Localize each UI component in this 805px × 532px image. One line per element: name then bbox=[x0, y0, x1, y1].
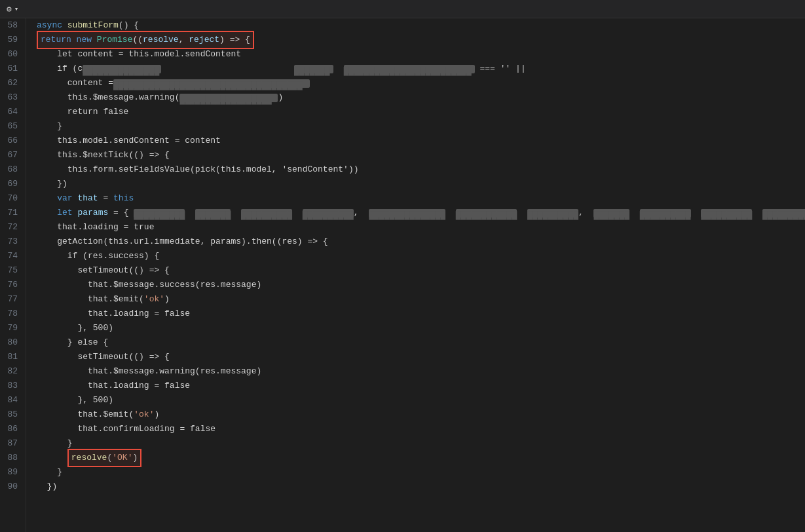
line-number: 74 bbox=[5, 249, 18, 263]
line-number: 59 bbox=[5, 33, 18, 47]
code-line: }) bbox=[37, 480, 805, 494]
code-token bbox=[517, 206, 527, 220]
code-line: this.$nextTick(() => { bbox=[37, 148, 805, 162]
code-area: 5859606162636465666768697071727374757677… bbox=[0, 18, 805, 532]
code-line: content =███████████████████████████████… bbox=[37, 76, 805, 90]
code-token: getAction(this.url.immediate, params).th… bbox=[37, 235, 328, 249]
code-token: } else { bbox=[37, 335, 108, 350]
line-number: 79 bbox=[5, 321, 18, 335]
code-line: return new Promise((resolve, reject) => … bbox=[37, 33, 805, 47]
line-numbers: 5859606162636465666768697071727374757677… bbox=[0, 18, 26, 532]
line-number: 64 bbox=[5, 105, 18, 119]
code-line: this.$message.warning(██████████████████… bbox=[37, 90, 805, 105]
code-token: return false bbox=[37, 105, 128, 119]
line-number: 65 bbox=[5, 119, 18, 134]
code-line: this.model.sendContent = content bbox=[37, 134, 805, 148]
code-line: } bbox=[37, 436, 805, 451]
dropdown-arrow[interactable]: ▾ bbox=[14, 5, 19, 13]
line-number: 83 bbox=[5, 379, 18, 393]
code-token: } bbox=[37, 119, 62, 134]
line-number: 63 bbox=[5, 90, 18, 105]
code-token bbox=[231, 206, 241, 220]
code-line: that.loading = true bbox=[37, 220, 805, 235]
code-token bbox=[333, 62, 344, 76]
code-token: }) bbox=[37, 177, 67, 191]
line-number: 81 bbox=[5, 350, 18, 364]
code-line: resolve('OK') bbox=[37, 451, 805, 465]
code-line: that.$emit('ok') bbox=[37, 292, 805, 307]
line-number: 60 bbox=[5, 47, 18, 62]
line-number: 72 bbox=[5, 220, 18, 235]
code-token: this.form.setFieldsValue(pick(this.model… bbox=[37, 162, 358, 177]
code-line: var that = this bbox=[37, 191, 805, 206]
line-number: 85 bbox=[5, 408, 18, 422]
code-token: that bbox=[77, 191, 98, 206]
line-number: 69 bbox=[5, 177, 18, 191]
top-bar: ⚙ ▾ bbox=[0, 0, 805, 18]
code-token: that.$emit( bbox=[37, 408, 134, 422]
code-token: === '' || bbox=[475, 62, 526, 76]
line-number: 67 bbox=[5, 148, 18, 162]
code-token bbox=[161, 62, 294, 76]
line-number: 62 bbox=[5, 76, 18, 90]
code-line: getAction(this.url.immediate, params).th… bbox=[37, 235, 805, 249]
code-token: this bbox=[113, 191, 134, 206]
code-token: if (c bbox=[37, 62, 83, 76]
line-number: 61 bbox=[5, 62, 18, 76]
line-number: 77 bbox=[5, 292, 18, 307]
code-token: that.loading = false bbox=[37, 379, 190, 393]
code-token: that.$emit( bbox=[37, 292, 144, 307]
code-token bbox=[292, 206, 303, 220]
code-line: let content = this.model.sendContent bbox=[37, 47, 805, 62]
line-number: 78 bbox=[5, 307, 18, 321]
code-line: this.form.setFieldsValue(pick(this.model… bbox=[37, 162, 805, 177]
code-line: } bbox=[37, 465, 805, 480]
line-number: 76 bbox=[5, 278, 18, 292]
line-number: 87 bbox=[5, 436, 18, 451]
code-token: }) bbox=[37, 480, 57, 494]
code-token: 'ok' bbox=[134, 408, 154, 422]
code-token bbox=[445, 206, 456, 220]
line-number: 86 bbox=[5, 422, 18, 436]
line-number: 70 bbox=[5, 191, 18, 206]
code-token: let content = this.model.sendContent bbox=[37, 47, 241, 62]
code-line: that.confirmLoading = false bbox=[37, 422, 805, 436]
code-line: that.$emit('ok') bbox=[37, 408, 805, 422]
line-number: 82 bbox=[5, 364, 18, 379]
code-token: setTimeout(() => { bbox=[37, 350, 170, 364]
line-number: 71 bbox=[5, 206, 18, 220]
line-number: 73 bbox=[5, 235, 18, 249]
highlighted-line-88: resolve('OK') bbox=[67, 449, 141, 467]
settings-icon: ⚙ bbox=[7, 4, 12, 14]
code-line: that.$message.success(res.message) bbox=[37, 278, 805, 292]
code-token: that.loading = false bbox=[37, 307, 190, 321]
line-number: 75 bbox=[5, 263, 18, 278]
code-token: this.$nextTick(() => { bbox=[37, 148, 170, 162]
code-token: that.$message.success(res.message) bbox=[37, 278, 261, 292]
highlighted-line-59: return new Promise((resolve, reject) => … bbox=[37, 31, 254, 49]
code-line: } bbox=[37, 119, 805, 134]
code-token bbox=[629, 206, 640, 220]
line-number: 68 bbox=[5, 162, 18, 177]
line-number: 88 bbox=[5, 451, 18, 465]
code-line: that.loading = false bbox=[37, 307, 805, 321]
code-token: ) bbox=[164, 292, 170, 307]
code-line: setTimeout(() => { bbox=[37, 350, 805, 364]
code-line: }, 500) bbox=[37, 393, 805, 408]
code-token: ) bbox=[278, 90, 283, 105]
code-content[interactable]: async submitForm() {return new Promise((… bbox=[26, 18, 805, 532]
code-token: this.$message.warning( bbox=[37, 90, 179, 105]
line-number: 89 bbox=[5, 465, 18, 480]
line-number: 90 bbox=[5, 480, 18, 494]
code-token: , bbox=[578, 206, 593, 220]
code-token: , bbox=[354, 206, 369, 220]
code-line: return false bbox=[37, 105, 805, 119]
code-token: this.model.sendContent = content bbox=[37, 134, 221, 148]
code-line: } else { bbox=[37, 335, 805, 350]
code-token: 'ok' bbox=[144, 292, 164, 307]
line-number: 66 bbox=[5, 134, 18, 148]
line-number: 84 bbox=[5, 393, 18, 408]
editor-container: ⚙ ▾ 585960616263646566676869707172737475… bbox=[0, 0, 805, 532]
code-token: }, 500) bbox=[37, 321, 113, 335]
code-token: that.confirmLoading = false bbox=[37, 422, 215, 436]
